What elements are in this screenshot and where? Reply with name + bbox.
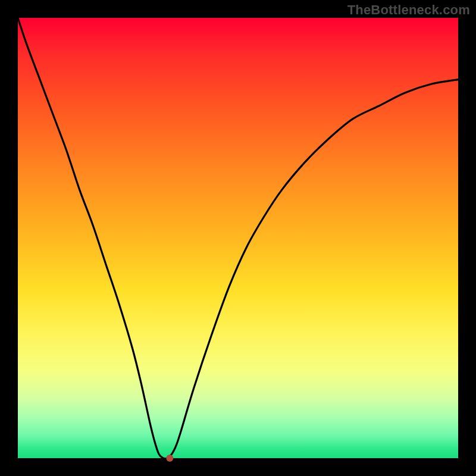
bottleneck-curve [18,18,458,459]
watermark-text: TheBottleneck.com [347,2,470,18]
chart-frame: TheBottleneck.com [0,0,476,476]
valley-marker [166,455,173,462]
plot-area [18,18,458,458]
plot-svg [18,18,458,458]
